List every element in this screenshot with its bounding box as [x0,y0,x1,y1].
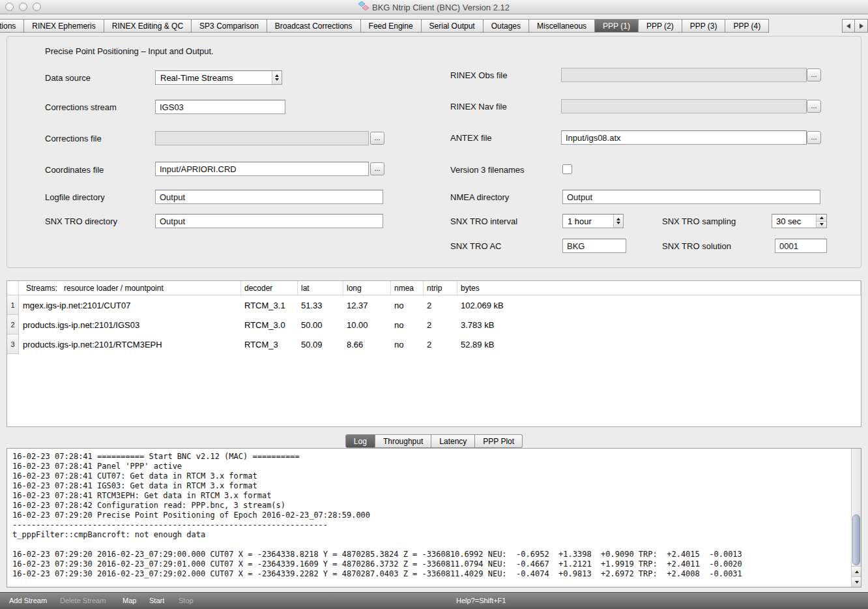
coordinates-file-label: Coordinates file [45,165,104,175]
header-mountpoint[interactable]: Streams: resource loader / mountpoint [19,281,241,295]
snx-tro-interval-select[interactable]: 1 hour [562,214,624,228]
tab-ppp-3[interactable]: PPP (3) [682,19,726,33]
traffic-lights [5,3,41,11]
cell-mountpoint: products.igs-ip.net:2101/RTCM3EPH [19,334,241,354]
spinner-up-icon[interactable] [817,215,826,222]
row-number: 2 [7,315,19,334]
zoom-window-icon[interactable] [33,3,41,11]
cell-decoder: RTCM_3.1 [241,295,298,315]
cell-long: 10.00 [343,315,391,334]
scroll-up-icon[interactable] [852,566,861,576]
scrollbar-thumb[interactable] [852,514,860,565]
rinex-nav-browse-button[interactable]: ... [807,100,821,113]
tab-log[interactable]: Log [345,434,375,448]
header-lat[interactable]: lat [298,281,343,295]
rinex-obs-browse-button[interactable]: ... [807,68,821,82]
map-button[interactable]: Map [123,597,136,604]
snx-tro-solution-input[interactable] [775,239,827,253]
cell-decoder: RTCM_3 [241,334,298,354]
antex-browse-button[interactable]: ... [807,131,821,144]
snx-tro-sampling-spinner[interactable]: 30 sec [772,214,827,228]
log-scrollbar[interactable] [851,449,861,587]
tab-latency[interactable]: Latency [431,434,475,448]
tab-feed-engine[interactable]: Feed Engine [361,19,422,33]
cell-long: 8.66 [343,334,391,354]
snx-tro-solution-label: SNX TRO solution [662,241,731,251]
corrections-file-label: Corrections file [45,134,102,143]
corrections-stream-label: Corrections stream [45,102,117,112]
snx-tro-sampling-label: SNX TRO sampling [662,216,736,226]
version3-filenames-checkbox[interactable] [562,164,572,174]
snx-tro-sampling-value: 30 sec [772,215,816,228]
header-decoder[interactable]: decoder [241,281,298,295]
panel-heading: Precise Point Positioning – Input and Ou… [45,46,214,56]
log-line: 16-02-23 07:29:20 Precise Point Position… [12,511,850,520]
cell-lat: 51.33 [298,295,343,315]
log-line: 16-02-23 07:28:41 IGS03: Get data in RTC… [12,481,850,491]
minimize-window-icon[interactable] [19,3,27,11]
app-icon [358,1,369,13]
snx-tro-ac-input[interactable] [562,239,626,253]
tab-rinex-ephemeris[interactable]: RINEX Ephemeris [24,19,104,33]
close-window-icon[interactable] [5,3,14,11]
data-source-select[interactable]: Real-Time Streams [155,70,282,85]
cell-nmea: no [391,334,424,354]
logfile-directory-input[interactable] [155,190,383,204]
row-number: 1 [7,295,19,315]
spinner-down-icon[interactable] [817,222,826,228]
log-output[interactable]: 16-02-23 07:28:41 ========== Start BNC v… [7,449,850,587]
rinex-nav-file-label: RINEX Nav file [450,102,507,111]
tab-broadcast-corrections[interactable]: Broadcast Corrections [267,19,361,33]
tab-miscellaneous[interactable]: Miscellaneous [529,19,595,33]
cell-bytes: 52.89 kB [457,334,861,354]
nmea-directory-input[interactable] [562,190,820,204]
antex-file-input[interactable] [561,130,807,145]
start-button[interactable]: Start [149,597,164,604]
combo-arrows-icon [272,71,282,84]
tab-options-partial[interactable]: tions [0,19,24,33]
corrections-file-browse-button[interactable]: ... [370,132,384,145]
tab-serial-output[interactable]: Serial Output [422,19,484,33]
corrections-stream-input[interactable] [155,100,285,114]
tab-scroll-right-icon[interactable] [855,19,868,33]
log-line [12,540,850,550]
tab-ppp-4[interactable]: PPP (4) [725,19,769,33]
cell-bytes: 102.069 kB [457,295,861,315]
header-nmea[interactable]: nmea [391,281,424,295]
coordinates-file-input[interactable] [155,162,369,176]
spinner-arrows [816,215,826,228]
scroll-down-icon[interactable] [852,576,861,587]
cell-lat: 50.09 [298,334,343,354]
header-ntrip[interactable]: ntrip [424,281,457,295]
tab-ppp-1[interactable]: PPP (1) [595,19,639,33]
cell-mountpoint: products.igs-ip.net:2101/IGS03 [19,315,241,334]
tab-ppp-2[interactable]: PPP (2) [639,19,682,33]
bnc-window: BKG Ntrip Client (BNC) Version 2.12 tion… [0,0,868,609]
coordinates-file-browse-button[interactable]: ... [370,162,384,175]
delete-stream-button[interactable]: Delete Stream [60,597,106,604]
combo-arrows-icon [613,215,623,228]
window-title: BKG Ntrip Client (BNC) Version 2.12 [372,3,510,12]
header-bytes[interactable]: bytes [457,281,861,295]
stop-button[interactable]: Stop [179,597,194,604]
tab-scroll-left-icon[interactable] [842,19,855,33]
log-line: 16-02-23 07:28:41 CUT07: Get data in RTC… [12,471,850,481]
log-line: 16-02-23 07:29:20 2016-02-23_07:29:00.00… [12,550,850,559]
add-stream-button[interactable]: Add Stream [9,597,47,604]
cell-mountpoint: mgex.igs-ip.net:2101/CUT07 [19,295,241,315]
log-line: 16-02-23 07:28:41 ========== Start BNC v… [12,452,850,462]
help-hint: Help?=Shift+F1 [456,597,506,604]
title-bar: BKG Ntrip Client (BNC) Version 2.12 [0,0,868,14]
tab-ppp-plot[interactable]: PPP Plot [475,434,523,448]
logfile-directory-label: Logfile directory [45,192,105,202]
tab-sp3-comparison[interactable]: SP3 Comparison [192,19,267,33]
table-row[interactable]: 1 mgex.igs-ip.net:2101/CUT07 RTCM_3.1 51… [7,295,861,315]
table-row[interactable]: 3 products.igs-ip.net:2101/RTCM3EPH RTCM… [7,334,861,354]
header-long[interactable]: long [343,281,391,295]
rinex-obs-file-label: RINEX Obs file [450,70,507,80]
tab-rinex-editing-qc[interactable]: RINEX Editing & QC [104,19,192,33]
tab-throughput[interactable]: Throughput [375,434,431,448]
snx-tro-directory-input[interactable] [155,214,383,228]
table-row[interactable]: 2 products.igs-ip.net:2101/IGS03 RTCM_3.… [7,315,861,334]
tab-outages[interactable]: Outages [484,19,529,33]
